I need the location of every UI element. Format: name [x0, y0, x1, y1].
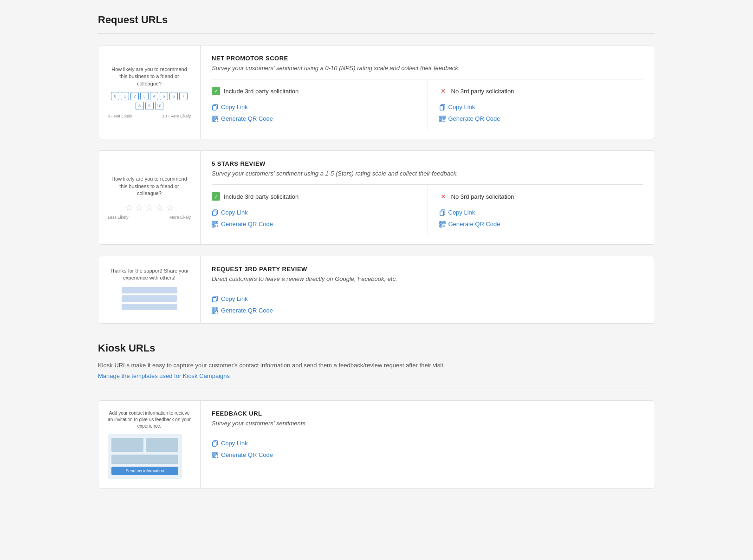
- feedback-card: Add your contact information to recieve …: [98, 400, 655, 488]
- stars-preview: How likely are you to recommend this bus…: [98, 151, 201, 244]
- nps-num-10: 10: [155, 102, 163, 110]
- stars-card: How likely are you to recommend this bus…: [98, 150, 655, 245]
- svg-rect-7: [213, 120, 214, 121]
- stars-description: Survey your customers' sentiment using a…: [212, 170, 643, 177]
- svg-rect-70: [215, 457, 216, 458]
- third-party-preview-text: Thanks for the support! Share your exper…: [108, 267, 191, 282]
- fp-block-3: [111, 455, 178, 464]
- nps-num-1: 1: [121, 92, 129, 100]
- svg-rect-53: [216, 308, 217, 310]
- third-party-preview: Thanks for the support! Share your exper…: [98, 256, 201, 323]
- nps-include-header: ✓ Include 3rd party solicitation: [212, 87, 416, 95]
- kiosk-section: Kiosk URLs Kiosk URLs make it easy to ca…: [98, 342, 655, 488]
- svg-rect-8: [215, 119, 216, 120]
- svg-rect-44: [442, 224, 443, 225]
- svg-rect-58: [215, 313, 216, 313]
- stars-include-copy-link[interactable]: Copy Link: [212, 209, 416, 216]
- nps-num-7: 7: [179, 92, 188, 100]
- feedback-preview: Add your contact information to recieve …: [98, 401, 201, 488]
- feedback-generate-qr[interactable]: Generate QR Code: [212, 451, 643, 458]
- qr-icon-2: [439, 116, 446, 122]
- third-party-type-title: REQUEST 3RD PARTY REVIEW: [212, 266, 643, 273]
- star-4: ☆: [156, 202, 164, 213]
- feedback-actions: Copy Link: [212, 434, 643, 458]
- fp-row-2: [111, 455, 178, 464]
- stars-include-generate-qr[interactable]: Generate QR Code: [212, 221, 416, 228]
- x-icon: ✕: [439, 87, 448, 95]
- star-1: ☆: [125, 202, 133, 213]
- star-2: ☆: [135, 202, 143, 213]
- fp-row-1: [111, 438, 178, 452]
- nps-num-0: 0: [111, 92, 119, 100]
- stars-no-label: No 3rd party solicitation: [451, 193, 514, 200]
- svg-rect-22: [442, 121, 443, 122]
- stars-labels: Less Likely More Likely: [108, 215, 191, 220]
- svg-rect-32: [215, 224, 216, 225]
- nps-include-copy-link[interactable]: Copy Link: [212, 104, 416, 111]
- svg-rect-1: [213, 105, 216, 110]
- svg-rect-31: [213, 225, 214, 227]
- stars-no-generate-qr[interactable]: Generate QR Code: [439, 221, 644, 228]
- svg-rect-21: [444, 119, 445, 120]
- nps-num-8: 8: [136, 102, 144, 110]
- third-party-actions: Copy Link Generate Q: [212, 290, 643, 314]
- request-urls-title: Request URLs: [98, 14, 655, 26]
- qr-icon: [212, 116, 218, 122]
- qr-icon-6: [212, 452, 218, 458]
- svg-rect-49: [213, 297, 216, 302]
- svg-rect-59: [217, 313, 218, 313]
- svg-rect-10: [215, 121, 216, 122]
- star-3: ☆: [145, 202, 154, 213]
- fp-block-1: [111, 438, 143, 452]
- stars-content: 5 STARS REVIEW Survey your customers' se…: [201, 151, 655, 244]
- qr-icon-3: [212, 221, 218, 228]
- svg-rect-11: [217, 121, 218, 122]
- manage-templates-link[interactable]: Manage the templates used for Kiosk Camp…: [98, 372, 655, 379]
- nps-description: Survey your customers' sentiment using a…: [212, 65, 643, 72]
- feedback-copy-link[interactable]: Copy Link: [212, 440, 643, 447]
- stars-no-copy-link[interactable]: Copy Link: [439, 209, 644, 216]
- kiosk-divider: [98, 389, 655, 389]
- fp-block-2: [146, 438, 178, 452]
- nps-numbers: 0 1 2 3 4 5 6 7 8 9 10: [108, 92, 191, 110]
- svg-rect-27: [213, 222, 214, 223]
- third-party-card: Thanks for the support! Share your exper…: [98, 256, 655, 324]
- svg-rect-56: [215, 311, 216, 312]
- feedback-preview-text: Add your contact information to recieve …: [108, 410, 191, 430]
- nps-no-header: ✕ No 3rd party solicitation: [439, 87, 644, 95]
- third-party-generate-qr[interactable]: Generate QR Code: [212, 307, 643, 314]
- stars-no-col: ✕ No 3rd party solicitation Copy Link: [428, 185, 644, 235]
- svg-rect-47: [444, 226, 445, 227]
- nps-no-col: ✕ No 3rd party solicitation Copy Link: [428, 79, 644, 130]
- svg-rect-71: [217, 457, 218, 458]
- stars-label-right: More Likely: [169, 215, 191, 220]
- qr-icon-4: [439, 221, 446, 228]
- nps-no-copy-link[interactable]: Copy Link: [439, 104, 644, 111]
- svg-rect-19: [440, 120, 441, 121]
- feedback-content: FEEDBACK URL Survey your customers' sent…: [201, 401, 655, 488]
- svg-rect-46: [442, 226, 443, 227]
- svg-rect-3: [213, 117, 214, 118]
- svg-rect-43: [440, 225, 441, 227]
- svg-rect-68: [215, 455, 216, 456]
- svg-rect-29: [216, 222, 217, 223]
- third-party-copy-link[interactable]: Copy Link: [212, 295, 643, 302]
- svg-rect-65: [216, 453, 217, 454]
- feedback-preview-content: Send my information: [108, 434, 182, 479]
- nps-no-generate-qr[interactable]: Generate QR Code: [439, 115, 644, 122]
- qr-icon-5: [212, 307, 218, 314]
- nps-num-6: 6: [169, 92, 178, 100]
- svg-rect-13: [440, 105, 443, 110]
- x-icon-stars: ✕: [439, 192, 448, 201]
- svg-rect-23: [444, 121, 445, 122]
- nps-card: How likely are you to recommend this bus…: [98, 45, 655, 139]
- svg-rect-33: [217, 224, 218, 225]
- svg-rect-41: [443, 222, 445, 223]
- nps-num-2: 2: [130, 92, 139, 100]
- stars-no-header: ✕ No 3rd party solicitation: [439, 192, 644, 201]
- nps-labels: 0 - Not Likely 10 - Very Likely: [108, 114, 191, 118]
- svg-rect-63: [213, 453, 214, 454]
- nps-include-generate-qr[interactable]: Generate QR Code: [212, 115, 416, 122]
- nps-label-left: 0 - Not Likely: [108, 114, 132, 118]
- nps-num-4: 4: [150, 92, 158, 100]
